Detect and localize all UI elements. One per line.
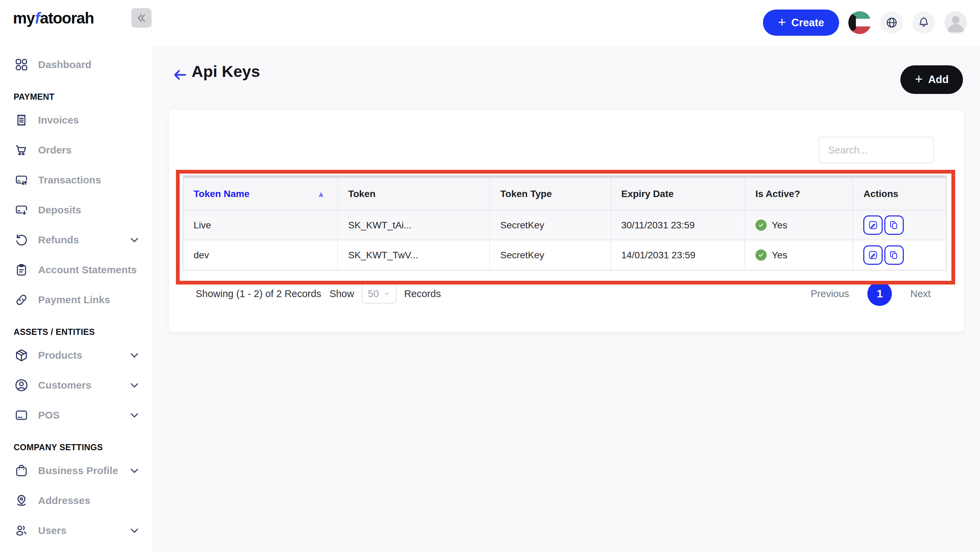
is-active-cell: Yes [745,240,853,270]
sidebar-item-customers[interactable]: Customers [0,370,152,400]
active-label: Yes [772,250,788,261]
column-header-token-type[interactable]: Token Type [490,178,611,210]
copy-button[interactable] [885,245,904,265]
sidebar-item-label: Products [38,350,82,361]
previous-page-button[interactable]: Previous [811,288,850,299]
chevron-down-icon [129,465,140,476]
records-label: Records [404,288,441,299]
chevron-down-icon [383,290,390,297]
sidebar-section-payment: PAYMENT [0,80,152,105]
column-header-label: Token Name [194,189,250,199]
column-header-is-active[interactable]: Is Active? [745,178,853,210]
next-page-button[interactable]: Next [910,288,931,299]
sidebar-item-business-profile[interactable]: Business Profile [0,456,152,486]
payment-links-icon [14,293,29,307]
chevron-down-icon [129,350,140,361]
column-header-expiry-date[interactable]: Expiry Date [611,178,745,210]
sidebar-item-payment-links[interactable]: Payment Links [0,285,152,315]
expiry-date-cell: 30/11/2031 23:59 [611,211,745,240]
column-header-token-name[interactable]: Token Name▲ [183,178,338,210]
sidebar-item-pos[interactable]: POS [0,400,152,430]
products-icon [14,348,29,363]
create-button[interactable]: + Create [763,10,839,36]
column-header-label: Actions [863,189,898,199]
pos-icon [14,408,29,422]
plus-icon: + [915,72,923,86]
search-input[interactable] [819,137,934,163]
token-name-cell: Live [183,211,338,240]
transactions-icon [14,173,29,187]
active-label: Yes [772,220,788,231]
sidebar-item-transactions[interactable]: Transactions [0,165,152,195]
chevron-down-icon [129,379,140,391]
expiry-date-cell: 14/01/2031 23:59 [611,240,745,270]
actions-cell [853,240,946,270]
sidebar-section-company-settings: COMPANY SETTINGS [0,430,152,456]
copy-icon [889,250,899,260]
orders-icon [14,143,29,157]
sidebar-item-label: Business Profile [38,465,118,476]
sort-ascending-icon: ▲ [317,189,327,199]
sidebar-item-label: Account Statements [38,264,137,276]
sidebar-item-label: Addresses [38,495,90,506]
logo-text-my: my [13,9,34,27]
table-header-row: Token Name▲TokenToken TypeExpiry DateIs … [183,178,946,211]
copy-button[interactable] [885,215,904,235]
api-keys-card: Token Name▲TokenToken TypeExpiry DateIs … [169,110,964,332]
sidebar-item-label: Orders [38,144,72,156]
profile-avatar-button[interactable] [944,11,967,34]
sidebar-item-refunds[interactable]: Refunds [0,225,152,255]
deposits-icon [14,203,29,217]
page-title: Api Keys [192,62,260,81]
token-name-cell: dev [183,240,338,270]
column-header-label: Token [348,189,375,199]
business-profile-icon [14,463,29,478]
addresses-icon [14,493,29,508]
token-cell: SK_KWT_tAi... [338,211,490,240]
chevron-down-icon [129,525,140,536]
sidebar-collapse-button[interactable] [131,8,151,27]
edit-button[interactable] [863,215,883,235]
customers-icon [14,378,29,392]
copy-icon [889,220,899,231]
sidebar-item-label: Transactions [38,174,101,186]
column-header-label: Token Type [500,189,552,199]
token-type-cell: SecretKey [490,240,611,270]
users-icon [14,523,29,538]
sidebar-item-products[interactable]: Products [0,340,152,370]
globe-button[interactable] [880,11,903,34]
chevron-down-icon [129,234,140,246]
active-check-icon [756,250,767,261]
logo-f-glyph: f [34,9,40,27]
back-button[interactable] [172,67,188,82]
records-summary: Showing (1 - 2) of 2 Records [196,288,321,299]
sidebar-item-orders[interactable]: Orders [0,135,152,165]
column-header-label: Expiry Date [621,189,674,199]
page-header: Api Keys + Add [152,47,980,110]
current-page-button[interactable]: 1 [867,282,892,306]
token-cell: SK_KWT_TwV... [338,240,490,270]
edit-icon [868,250,878,260]
sidebar-item-label: Customers [38,379,92,391]
topbar: + Create [152,0,980,47]
sidebar-item-account-statements[interactable]: Account Statements [0,255,152,285]
edit-button[interactable] [863,245,883,265]
column-header-token[interactable]: Token [338,178,490,210]
table-row-live: LiveSK_KWT_tAi...SecretKey30/11/2031 23:… [183,211,946,240]
main-content: Api Keys + Add Token Name▲TokenToken Typ… [152,47,980,552]
sidebar-item-label: Refunds [38,234,79,246]
language-flag-button[interactable] [848,11,871,34]
sidebar-item-invoices[interactable]: Invoices [0,105,152,135]
notifications-button[interactable] [912,11,935,34]
page-size-select[interactable]: 50 [362,284,397,304]
sidebar-item-users[interactable]: Users [0,515,152,546]
create-button-label: Create [791,17,824,29]
sidebar-item-label: Invoices [38,115,79,126]
sidebar-item-deposits[interactable]: Deposits [0,195,152,225]
add-button[interactable]: + Add [900,65,963,94]
globe-icon [885,16,898,29]
account-statements-icon [14,263,29,277]
sidebar-item-addresses[interactable]: Addresses [0,486,152,515]
column-header-actions[interactable]: Actions [853,178,946,210]
sidebar-item-dashboard[interactable]: Dashboard [0,50,152,80]
